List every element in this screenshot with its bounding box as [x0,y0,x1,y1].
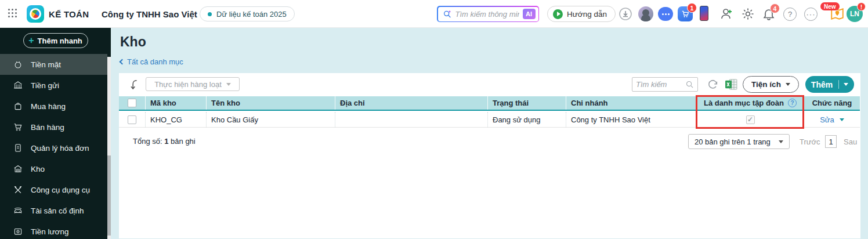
quick-add-button[interactable]: + Thêm nhanh [23,33,88,48]
sidebar-item-label: Tiền mặt [31,60,61,69]
sidebar-item-label: Công cụ dụng cụ [31,186,90,194]
chat-icon[interactable] [658,7,673,21]
breadcrumb[interactable]: Tất cả danh mục [120,57,183,66]
sidebar-item-tien-mat[interactable]: Tiền mặt [0,54,107,75]
cell-ma-kho: KHO_CG [145,112,206,127]
caret-down-icon [840,118,844,121]
account-avatar[interactable]: LN ! [847,6,863,22]
batch-flow-icon[interactable] [128,78,140,93]
play-icon [553,9,563,19]
status-dot-icon [208,12,212,16]
row-checkbox[interactable] [128,115,136,124]
column-header-dia-chi[interactable]: Địa chỉ [335,96,487,110]
user-photo-avatar[interactable] [638,6,653,21]
column-header-tap-doan[interactable]: Là danh mục tập đoàn ? [696,96,804,110]
cash-icon [13,59,23,70]
mobile-app-icon[interactable] [700,6,708,21]
fiscal-data-badge[interactable]: Dữ liệu kế toán 2025 [200,6,295,21]
header-select-all-cell [119,96,145,110]
excel-export-icon[interactable] [725,79,737,90]
pagination-next[interactable]: Sau [844,137,857,146]
cart-icon[interactable]: 1 [678,6,693,21]
help-tooltip-icon[interactable]: ? [788,99,797,107]
smart-search-input[interactable] [455,10,519,19]
sidebar-item-label: Mua hàng [31,102,66,111]
ai-badge: AI [523,9,536,19]
bell-icon[interactable]: 4 [762,7,776,23]
batch-action-label: Thực hiện hàng loạt [154,80,222,89]
add-button[interactable]: Thêm [805,76,854,93]
add-label: Thêm [811,80,833,89]
warehouse-icon [13,164,23,174]
new-badge: New [820,2,840,10]
pagination-current-page[interactable]: 1 [825,135,837,148]
table-header-row: Mã kho Tên kho Địa chỉ Trạng thái Chi nh… [119,96,860,111]
app-window: KẾ TOÁN Công ty TNHH Sao Việt Dữ liệu kế… [0,0,868,239]
sidebar-item-tai-san-co-dinh[interactable]: Tài sản cố định [0,200,107,221]
sidebar-scrollbar[interactable] [107,57,111,239]
sidebar-item-tien-gui[interactable]: Tiền gửi [0,75,107,96]
batch-action-button[interactable]: Thực hiện hàng loạt [146,77,240,91]
sidebar-item-label: Bán hàng [31,123,64,132]
company-name: Công ty TNHH Sao Việt [102,9,197,19]
car-icon [13,205,23,216]
page-size-label: 20 bản ghi trên 1 trang [695,137,771,146]
app-logo-icon[interactable] [27,5,44,23]
company-selector[interactable]: Công ty TNHH Sao Việt [102,0,209,28]
guide-label: Hướng dẫn [567,10,607,19]
help-icon[interactable]: ? [783,8,797,21]
pagination-prev[interactable]: Trước [800,137,820,146]
caret-down-icon [786,83,790,86]
column-header-chi-nhanh[interactable]: Chi nhánh [566,96,696,110]
sidebar-item-label: Quản lý hóa đơn [31,144,89,153]
gear-icon[interactable] [741,7,755,23]
sidebar-item-tien-luong[interactable]: Tiền lương [0,221,107,239]
sidebar-item-label: Tiền gửi [31,81,59,90]
download-button[interactable] [619,7,632,23]
table-search-input[interactable] [636,80,685,89]
app-launcher-icon[interactable] [8,9,19,19]
cell-trang-thai: Đang sử dụng [487,112,566,127]
page-size-select[interactable]: 20 bản ghi trên 1 trang [688,134,790,149]
cart-icon [13,122,23,132]
sidebar-item-mua-hang[interactable]: Mua hàng [0,96,107,117]
more-options-icon[interactable]: ··· [804,8,818,21]
table-row[interactable]: KHO_CG Kho Cầu Giấy Đang sử dụng Công ty… [119,112,860,128]
edit-action[interactable]: Sửa [820,115,844,124]
cart-badge: 1 [687,3,697,13]
cell-chuc-nang: Sửa [804,112,860,127]
breadcrumb-label: Tất cả danh mục [127,57,183,66]
edit-label: Sửa [820,115,834,124]
sidebar-item-cong-cu-dung-cu[interactable]: Công cụ dụng cụ [0,179,107,200]
caret-down-icon [779,140,783,143]
sidebar-item-kho[interactable]: Kho [0,158,107,179]
button-divider [838,80,839,89]
caret-down-icon [844,83,848,86]
topbar: KẾ TOÁN Công ty TNHH Sao Việt Dữ liệu kế… [0,0,868,28]
utilities-button[interactable]: Tiện ích [743,76,799,93]
tools-icon [13,184,23,195]
shopping-bag-icon [13,101,23,111]
salary-icon [13,226,23,237]
page-title: Kho [120,34,146,50]
bell-badge: 4 [770,3,780,13]
invoice-icon [13,143,23,153]
add-user-icon[interactable] [719,7,733,23]
cell-chi-nhanh: Công ty TNHH Sao Việt [566,112,696,127]
roadmap-icon[interactable]: New [830,6,845,24]
guide-button[interactable]: Hướng dẫn [547,6,616,22]
refresh-icon[interactable] [707,78,719,90]
avatar-alert-badge: ! [857,2,866,11]
column-header-ma-kho[interactable]: Mã kho [145,96,206,110]
tap-doan-checkbox: ✓ [746,115,755,124]
column-header-ten-kho[interactable]: Tên kho [206,96,335,110]
sidebar-item-label: Tiền lương [31,227,68,236]
smart-search-icon [443,9,452,19]
sidebar-item-quan-ly-hoa-don[interactable]: Quản lý hóa đơn [0,137,107,158]
sidebar-item-ban-hang[interactable]: Bán hàng [0,117,107,137]
select-all-checkbox[interactable] [128,99,136,107]
app-title: KẾ TOÁN [49,0,89,28]
cell-tap-doan: ✓ [696,112,804,127]
column-header-trang-thai[interactable]: Trạng thái [487,96,566,110]
smart-search-box: AI [437,6,539,22]
